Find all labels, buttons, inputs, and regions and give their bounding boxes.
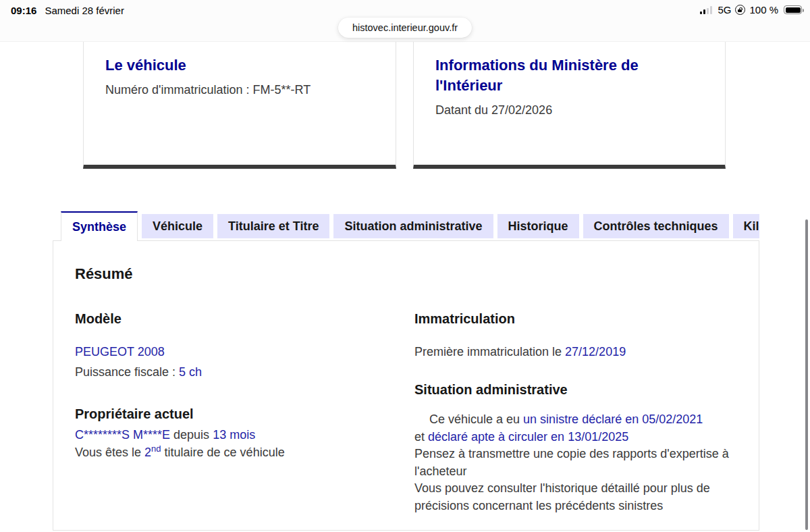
tab-bar: Synthèse Véhicule Titulaire et Titre Sit… <box>53 211 759 241</box>
holder-prefix: Vous êtes le <box>75 446 144 459</box>
tab-vehicule[interactable]: Véhicule <box>142 214 213 238</box>
sinister-line: Ce véhicule a eu un sinistre déclaré en … <box>414 411 737 446</box>
first-registration-label: Première immatriculation le <box>414 345 565 358</box>
registration-heading: Immatriculation <box>414 311 737 327</box>
tab-synthese[interactable]: Synthèse <box>61 211 138 241</box>
battery-percent-label: 100 % <box>749 4 778 16</box>
first-registration-line: Première immatriculation le 27/12/2019 <box>414 342 737 362</box>
summary-right-column: Immatriculation Première immatriculation… <box>414 311 737 514</box>
vehicle-card-title: Le véhicule <box>105 55 374 76</box>
summary-left-column: Modèle PEUGEOT 2008 Puissance fiscale : … <box>75 311 414 514</box>
tab-kilometrage[interactable]: Kilométrage <box>733 214 759 238</box>
browser-chrome: 09:16 Samedi 28 février 5G 100 % histove… <box>0 0 810 42</box>
owner-duration: 13 mois <box>213 428 255 442</box>
model-heading: Modèle <box>75 311 414 327</box>
first-registration-date: 27/12/2019 <box>565 345 626 358</box>
owner-since-label: depuis <box>170 428 213 442</box>
status-date: Samedi 28 février <box>45 5 124 16</box>
model-name: PEUGEOT 2008 <box>75 342 414 362</box>
vehicle-card-registration-number: Numéro d'immatriculation : FM-5**-RT <box>105 81 374 99</box>
fit-to-drive: déclaré apte à circuler en 13/01/2025 <box>428 430 628 444</box>
holder-line: Vous êtes le 2nd titulaire de ce véhicul… <box>75 444 414 461</box>
ministry-info-card-title: Informations du Ministère de l'Intérieur <box>435 55 703 96</box>
sinister-declared: un sinistre déclaré en 05/02/2021 <box>523 413 703 426</box>
fiscal-power-line: Puissance fiscale : 5 ch <box>75 362 414 382</box>
owner-heading: Propriétaire actuel <box>75 406 414 422</box>
ministry-info-card-date: Datant du 27/02/2026 <box>435 101 703 119</box>
tab-controles-techniques[interactable]: Contrôles techniques <box>583 214 729 238</box>
sinister-conjunction: et <box>414 430 428 444</box>
expertise-advice: Pensez à transmettre une copie des rappo… <box>414 446 737 480</box>
cellular-signal-icon <box>700 6 712 14</box>
fiscal-power-label: Puissance fiscale : <box>75 365 179 379</box>
situation-text: Ce véhicule a eu un sinistre déclaré en … <box>414 411 737 514</box>
fiscal-power-value: 5 ch <box>179 365 202 379</box>
holder-ordinal-suffix: nd <box>151 444 161 454</box>
status-bar-right: 5G 100 % <box>700 4 802 16</box>
vertical-scrollbar[interactable] <box>805 219 808 530</box>
rotation-lock-icon <box>735 5 745 15</box>
synthese-panel: Résumé Modèle PEUGEOT 2008 Puissance fis… <box>53 240 759 531</box>
resume-title: Résumé <box>75 265 737 283</box>
status-time: 09:16 <box>11 5 36 16</box>
holder-suffix: titulaire de ce véhicule <box>161 446 285 459</box>
owner-line: C********S M****E depuis 13 mois <box>75 426 414 444</box>
vehicle-card: Le véhicule Numéro d'immatriculation : F… <box>83 42 396 169</box>
network-type-label: 5G <box>718 4 731 16</box>
situation-heading: Situation administrative <box>414 382 737 398</box>
status-bar-left: 09:16 Samedi 28 février <box>11 5 124 16</box>
tab-situation-administrative[interactable]: Situation administrative <box>333 214 493 238</box>
tab-historique[interactable]: Historique <box>497 214 579 238</box>
ministry-info-card: Informations du Ministère de l'Intérieur… <box>413 42 726 169</box>
address-bar[interactable]: histovec.interieur.gouv.fr <box>338 18 472 38</box>
sinister-intro: Ce véhicule a eu <box>429 413 523 426</box>
battery-icon <box>784 5 802 14</box>
tab-titulaire-et-titre[interactable]: Titulaire et Titre <box>217 214 329 238</box>
holder-ordinal: 2 <box>144 446 151 459</box>
owner-masked-name: C********S M****E <box>75 428 170 442</box>
history-advice: Vous pouvez consulter l'historique détai… <box>414 480 737 514</box>
